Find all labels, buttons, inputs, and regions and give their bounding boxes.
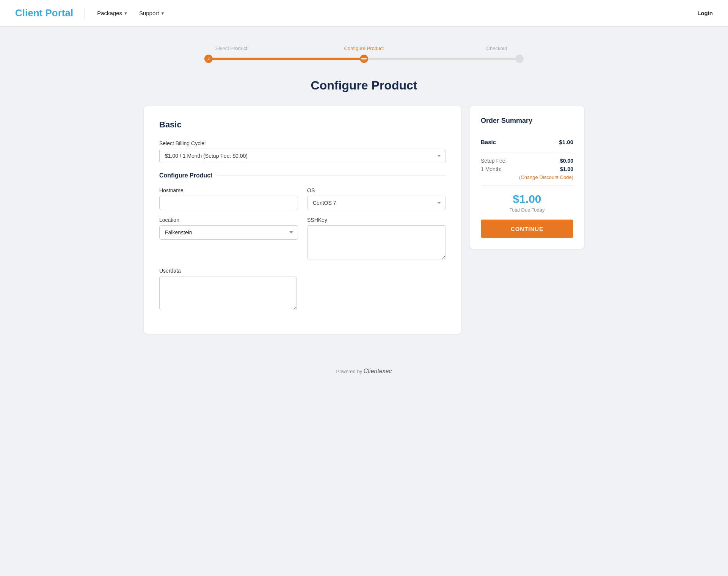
- location-label: Location: [159, 217, 298, 223]
- userdata-label: Userdata: [159, 268, 297, 274]
- order-total-amount: $1.00: [481, 193, 573, 206]
- billing-cycle-label: Select Billing Cycle:: [159, 140, 446, 146]
- nav-menu: Packages ▼ Support ▼: [93, 7, 169, 19]
- os-group: OS CentOS 7 Ubuntu 20.04 Debian 10: [307, 187, 446, 210]
- navbar: Client Portal Packages ▼ Support ▼ Login: [0, 0, 728, 27]
- order-product-price: $1.00: [559, 139, 573, 145]
- product-name: Basic: [159, 120, 446, 130]
- setup-fee-label: Setup Fee:: [481, 158, 507, 164]
- location-group: Location Falkenstein Helsinki Nuremberg: [159, 217, 298, 261]
- userdata-group: Userdata: [159, 268, 297, 312]
- billing-cycle-group: Select Billing Cycle: $1.00 / 1 Month (S…: [159, 140, 446, 163]
- top-fields: Hostname OS CentOS 7 Ubuntu 20.04 Debian…: [159, 187, 446, 217]
- stepper: Select Product Configure Product Checkou…: [144, 46, 584, 63]
- stepper-track: ✓ •••: [209, 54, 519, 63]
- order-total-section: $1.00 Total Due Today CONTINUE: [481, 185, 573, 238]
- divider-line: [217, 176, 446, 176]
- month-label: 1 Month:: [481, 166, 501, 172]
- chevron-down-icon: ▼: [160, 11, 165, 16]
- os-select[interactable]: CentOS 7 Ubuntu 20.04 Debian 10: [307, 196, 446, 210]
- chevron-down-icon: ▼: [124, 11, 128, 16]
- month-row: 1 Month: $1.00: [481, 166, 573, 172]
- discount-row: (Change Discount Code): [481, 174, 573, 180]
- brand-logo[interactable]: Client Portal: [15, 7, 73, 19]
- order-product-row: Basic $1.00: [481, 139, 573, 145]
- order-product-name: Basic: [481, 139, 496, 145]
- nav-divider: [85, 8, 85, 19]
- sshkey-label: SSHKey: [307, 217, 446, 223]
- configure-section-divider: Configure Product: [159, 172, 446, 179]
- main-content: Select Product Configure Product Checkou…: [136, 27, 592, 356]
- stepper-dot-checkout: [515, 55, 524, 63]
- footer-brand: Clientexec: [364, 368, 392, 374]
- form-card: Basic Select Billing Cycle: $1.00 / 1 Mo…: [144, 106, 461, 334]
- powered-by-text: Powered by: [336, 369, 362, 374]
- configure-section-label: Configure Product: [159, 172, 212, 179]
- hostname-input[interactable]: [159, 196, 298, 210]
- location-select[interactable]: Falkenstein Helsinki Nuremberg: [159, 225, 298, 240]
- billing-cycle-select[interactable]: $1.00 / 1 Month (Setup Fee: $0.00): [159, 149, 446, 163]
- sshkey-group: SSHKey: [307, 217, 446, 261]
- stepper-label-select: Select Product: [209, 46, 254, 51]
- discount-code-link[interactable]: (Change Discount Code): [481, 174, 573, 180]
- order-total-label: Total Due Today: [481, 207, 573, 213]
- order-details: Setup Fee: $0.00 1 Month: $1.00 (Change …: [481, 152, 573, 180]
- stepper-labels: Select Product Configure Product Checkou…: [209, 46, 519, 51]
- stepper-fill: [209, 58, 364, 60]
- os-label: OS: [307, 187, 446, 193]
- continue-button[interactable]: CONTINUE: [481, 220, 573, 238]
- nav-item-packages[interactable]: Packages ▼: [93, 7, 132, 19]
- setup-fee-row: Setup Fee: $0.00: [481, 158, 573, 164]
- nav-item-support[interactable]: Support ▼: [135, 7, 169, 19]
- content-layout: Basic Select Billing Cycle: $1.00 / 1 Mo…: [144, 106, 584, 334]
- footer: Powered by Clientexec: [0, 356, 728, 386]
- stepper-label-checkout: Checkout: [474, 46, 519, 51]
- nav-support-label: Support: [139, 10, 159, 16]
- order-summary-title: Order Summary: [481, 117, 573, 131]
- stepper-dot-select: ✓: [204, 55, 213, 63]
- stepper-dot-configure: •••: [360, 55, 368, 63]
- page-title: Configure Product: [144, 78, 584, 93]
- bottom-fields: Location Falkenstein Helsinki Nuremberg …: [159, 217, 446, 268]
- login-button[interactable]: Login: [697, 10, 713, 16]
- stepper-label-configure: Configure Product: [341, 46, 387, 51]
- userdata-textarea[interactable]: [159, 276, 297, 310]
- hostname-group: Hostname: [159, 187, 298, 210]
- nav-packages-label: Packages: [97, 10, 122, 16]
- sshkey-textarea[interactable]: [307, 225, 446, 259]
- month-value: $1.00: [560, 166, 573, 172]
- setup-fee-value: $0.00: [560, 158, 573, 164]
- hostname-label: Hostname: [159, 187, 298, 193]
- order-summary-card: Order Summary Basic $1.00 Setup Fee: $0.…: [470, 106, 584, 249]
